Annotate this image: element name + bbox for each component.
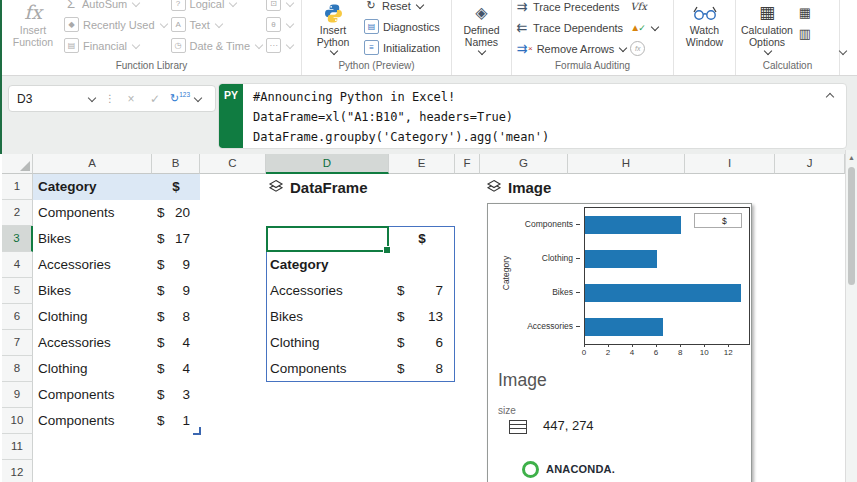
cell-b3[interactable]: $17	[152, 226, 200, 252]
scrollbar-thumb[interactable]	[848, 167, 855, 285]
collapse-ribbon-icon[interactable]	[839, 47, 847, 55]
select-all-corner[interactable]	[2, 154, 33, 174]
financial-button[interactable]: ▤ Financial	[64, 35, 168, 56]
row-header-4[interactable]: 4	[2, 252, 33, 278]
trace-precedents-button[interactable]: ⇉ Trace Precedents	[515, 0, 627, 17]
row-header-10[interactable]: 10	[2, 408, 33, 434]
column-header-b[interactable]: B	[152, 154, 200, 174]
scroll-up-icon[interactable]: ▲	[846, 150, 857, 164]
row-header-11[interactable]: 11	[2, 434, 33, 460]
text-button[interactable]: A Text	[171, 14, 264, 35]
cell-b7[interactable]: $4	[152, 330, 200, 356]
table-rows-icon	[509, 420, 527, 434]
autosum-button[interactable]: Σ AutoSum	[64, 0, 168, 14]
anaconda-logo-icon	[522, 461, 539, 478]
column-header-a[interactable]: A	[33, 154, 152, 174]
cell-b8[interactable]: $4	[152, 356, 200, 382]
chevron-down-icon[interactable]	[194, 93, 202, 101]
chart-bar-accessories	[585, 318, 663, 336]
cell-a6[interactable]: Clothing	[33, 304, 152, 330]
insert-function-button[interactable]: fx Insert Function	[5, 0, 61, 48]
cell-b5[interactable]: $9	[152, 278, 200, 304]
row-header-2[interactable]: 2	[2, 200, 33, 226]
insert-python-button[interactable]: Insert Python	[305, 0, 361, 56]
image-card[interactable]: ComponentsClothingBikesAccessories Categ…	[487, 203, 752, 482]
show-formulas-button[interactable]: Vfx	[630, 0, 658, 17]
calculation-options-button[interactable]: ▦ Calculation Options	[739, 0, 795, 56]
dataframe-card-title[interactable]: DataFrame	[268, 174, 368, 200]
calculate-sheet-button[interactable]: ▥	[798, 23, 812, 44]
row-header-8[interactable]: 8	[2, 356, 33, 382]
column-header-j[interactable]: J	[775, 154, 845, 174]
initialization-button[interactable]: ≡ Initialization	[364, 37, 440, 58]
formula-bar-handle-icon[interactable]: ⋮	[101, 93, 119, 104]
more-functions-button[interactable]: ⋯	[266, 35, 294, 56]
row-header-9[interactable]: 9	[2, 382, 33, 408]
chevron-down-icon[interactable]	[88, 93, 96, 101]
defined-names-button[interactable]: ◈ Defined Names	[455, 0, 508, 56]
cell-b10[interactable]: $1	[152, 408, 200, 434]
enter-button[interactable]: ✓	[143, 92, 167, 106]
column-header-i[interactable]: I	[685, 154, 775, 174]
cell-b4[interactable]: $9	[152, 252, 200, 278]
cell-a5[interactable]: Bikes	[33, 278, 152, 304]
formula-input[interactable]: PY #Announcing Python in Excel! DataFram…	[218, 83, 847, 149]
cell-a3[interactable]: Bikes	[33, 226, 152, 252]
date-time-button[interactable]: ◷ Date & Time	[171, 35, 264, 56]
dataframe-value-accessories[interactable]: $7	[389, 278, 453, 304]
chart-ytick-clothing: Clothing	[542, 252, 573, 264]
logical-button[interactable]: ? Logical	[171, 0, 264, 14]
diagnostics-button[interactable]: ▤ Diagnostics	[364, 16, 440, 37]
row-header-5[interactable]: 5	[2, 278, 33, 304]
cell-b9[interactable]: $3	[152, 382, 200, 408]
cell-a1[interactable]: Category	[33, 174, 152, 200]
active-cell-d3[interactable]	[266, 226, 389, 252]
cell-a2[interactable]: Components	[33, 200, 152, 226]
watch-window-button[interactable]: Watch Window	[677, 0, 732, 48]
evaluate-formula-button[interactable]: fx	[630, 38, 658, 59]
column-header-e[interactable]: E	[389, 154, 455, 174]
vertical-scrollbar[interactable]: ▲	[845, 150, 857, 482]
dataframe-value-clothing[interactable]: $6	[389, 330, 453, 356]
cell-b2[interactable]: $20	[152, 200, 200, 226]
image-card-title[interactable]: Image	[486, 174, 551, 200]
column-header-c[interactable]: C	[200, 154, 266, 174]
column-header-g[interactable]: G	[480, 154, 568, 174]
cell-b1[interactable]: $	[152, 174, 200, 200]
math-trig-button[interactable]: θ	[266, 14, 294, 35]
formula-code[interactable]: #Announcing Python in Excel! DataFrame=x…	[253, 87, 816, 147]
row-header-7[interactable]: 7	[2, 330, 33, 356]
calculate-now-button[interactable]: ▦	[798, 2, 812, 23]
lookup-reference-button[interactable]: ⊡	[266, 0, 294, 14]
cell-d4[interactable]: Category	[268, 252, 386, 278]
reset-button[interactable]: ↻ Reset	[364, 0, 440, 16]
cell-a10[interactable]: Components	[33, 408, 152, 434]
cell-a8[interactable]: Clothing	[33, 356, 152, 382]
dataframe-value-components[interactable]: $8	[389, 356, 453, 382]
dataframe-category-clothing[interactable]: Clothing	[268, 330, 386, 356]
python-output-type-button[interactable]: ↻123	[167, 92, 193, 105]
row-header-6[interactable]: 6	[2, 304, 33, 330]
cell-b6[interactable]: $8	[152, 304, 200, 330]
error-checking-button[interactable]: ▲✓	[630, 17, 658, 38]
recently-used-button[interactable]: ◆ Recently Used	[64, 14, 168, 35]
dataframe-category-components[interactable]: Components	[268, 356, 386, 382]
collapse-formula-bar-icon[interactable]	[826, 93, 834, 101]
column-header-d[interactable]: D	[266, 154, 389, 174]
cancel-button[interactable]: ×	[119, 92, 143, 106]
dataframe-value-bikes[interactable]: $13	[389, 304, 453, 330]
remove-arrows-button[interactable]: ⇉× Remove Arrows	[515, 38, 627, 59]
cell-e3[interactable]: $	[389, 226, 455, 252]
dataframe-category-accessories[interactable]: Accessories	[268, 278, 386, 304]
row-header-12[interactable]: 12	[2, 460, 33, 482]
row-header-1[interactable]: 1	[2, 174, 33, 200]
name-box[interactable]: D3	[9, 92, 101, 106]
cell-a4[interactable]: Accessories	[33, 252, 152, 278]
dataframe-category-bikes[interactable]: Bikes	[268, 304, 386, 330]
column-header-h[interactable]: H	[568, 154, 685, 174]
trace-dependents-button[interactable]: ⇇ Trace Dependents	[515, 17, 627, 38]
row-header-3[interactable]: 3	[2, 226, 33, 252]
cell-a9[interactable]: Components	[33, 382, 152, 408]
cell-a7[interactable]: Accessories	[33, 330, 152, 356]
column-header-f[interactable]: F	[455, 154, 480, 174]
